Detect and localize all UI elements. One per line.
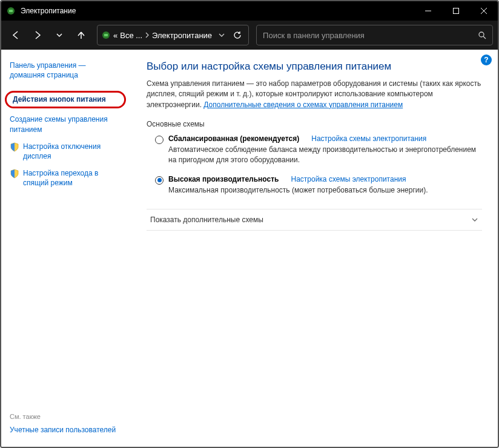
- intro-text: Схема управления питанием — это набор па…: [147, 79, 482, 110]
- power-plan-balanced: Сбалансированная (рекомендуется) Настрой…: [155, 134, 482, 171]
- radio-high-perf[interactable]: [155, 176, 164, 185]
- svg-rect-1: [9, 10, 13, 12]
- svg-point-8: [479, 32, 484, 37]
- chevron-right-icon: [145, 32, 150, 38]
- close-button[interactable]: [470, 1, 498, 21]
- breadcrumb-item[interactable]: Электропитание: [152, 31, 212, 40]
- refresh-button[interactable]: [230, 25, 245, 45]
- sidebar-item-display-off[interactable]: Настройка отключения дисплея: [10, 142, 122, 161]
- power-icon: [101, 30, 111, 40]
- breadcrumb-prefix: «: [113, 31, 117, 40]
- see-also-link[interactable]: Учетные записи пользователей: [10, 425, 116, 435]
- back-button[interactable]: [6, 25, 25, 45]
- sidebar-item-sleep-mode[interactable]: Настройка перехода в спящий режим: [10, 168, 122, 188]
- plan-config-link[interactable]: Настройка схемы электропитания: [311, 134, 426, 143]
- intro-link[interactable]: Дополнительные сведения о схемах управле…: [203, 100, 403, 109]
- plan-desc: Автоматическое соблюдение баланса между …: [168, 145, 482, 165]
- address-bar[interactable]: « Все ... Электропитание: [97, 25, 249, 45]
- svg-rect-3: [454, 8, 459, 14]
- plan-config-link[interactable]: Настройка схемы электропитания: [291, 175, 406, 183]
- search-input[interactable]: Поиск в панели управления: [256, 25, 493, 45]
- titlebar: Электропитание: [1, 1, 498, 21]
- sidebar: Панель управления — домашняя страница Де…: [1, 50, 128, 447]
- navbar: « Все ... Электропитание Поиск в панели …: [1, 21, 498, 50]
- power-icon: [6, 6, 16, 16]
- show-more-plans[interactable]: Показать дополнительные схемы: [147, 209, 482, 231]
- plan-name[interactable]: Сбалансированная (рекомендуется): [168, 134, 299, 143]
- minimize-button[interactable]: [414, 1, 442, 21]
- radio-balanced[interactable]: [155, 136, 164, 144]
- see-also-header: См. также: [10, 413, 116, 420]
- maximize-button[interactable]: [442, 1, 470, 21]
- svg-line-9: [483, 36, 486, 39]
- sidebar-item-power-buttons[interactable]: Действия кнопок питания: [5, 91, 126, 108]
- page-heading: Выбор или настройка схемы управления пит…: [147, 61, 482, 73]
- search-icon: [478, 31, 486, 39]
- shield-icon: [10, 142, 19, 152]
- svg-rect-7: [104, 34, 108, 36]
- recent-dropdown[interactable]: [50, 25, 69, 45]
- see-also-section: См. также Учетные записи пользователей: [10, 413, 116, 435]
- sidebar-item-create-plan[interactable]: Создание схемы управления питанием: [10, 114, 122, 134]
- section-header: Основные схемы: [147, 120, 482, 128]
- up-button[interactable]: [71, 25, 91, 45]
- shield-icon: [10, 169, 19, 179]
- forward-button[interactable]: [28, 25, 47, 45]
- sidebar-home-link[interactable]: Панель управления — домашняя страница: [10, 61, 122, 80]
- chevron-down-icon[interactable]: [214, 25, 229, 45]
- window-title: Электропитание: [21, 7, 414, 15]
- main-panel: Выбор или настройка схемы управления пит…: [128, 50, 498, 447]
- content-area: ? Панель управления — домашняя страница …: [1, 50, 498, 447]
- plan-desc: Максимальная производительность (может п…: [168, 185, 482, 196]
- power-plan-high-perf: Высокая производительность Настройка схе…: [155, 175, 482, 202]
- chevron-down-icon: [471, 216, 478, 223]
- plan-name[interactable]: Высокая производительность: [168, 175, 279, 183]
- breadcrumb-item[interactable]: Все ...: [120, 31, 142, 40]
- window-controls: [414, 1, 498, 21]
- search-placeholder: Поиск в панели управления: [263, 31, 478, 40]
